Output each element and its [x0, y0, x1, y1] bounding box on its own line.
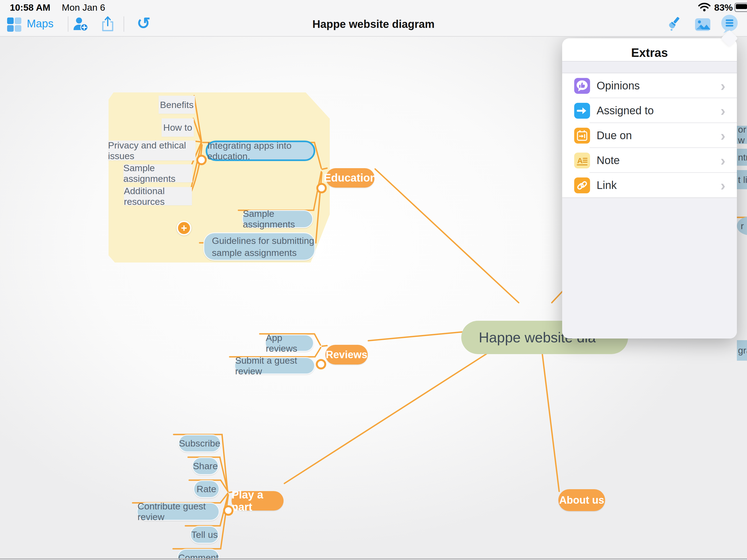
clipped-node-fragment[interactable]: ntro: [737, 149, 747, 166]
node-about-us[interactable]: About us: [558, 489, 605, 511]
chevron-right-icon: ›: [720, 153, 725, 168]
node-rate[interactable]: Rate: [193, 480, 220, 498]
clipped-node-fragment[interactable]: or w: [737, 126, 747, 144]
hub-reviews[interactable]: [316, 359, 326, 370]
extras-row-label: Link: [597, 179, 720, 192]
opinions-thumbs-up-icon: [574, 78, 590, 94]
chevron-right-icon: ›: [720, 128, 725, 143]
extras-row-label: Assigned to: [597, 104, 720, 117]
extras-row-label: Opinions: [597, 80, 720, 92]
clipped-node-fragment[interactable]: r: [737, 217, 747, 235]
extras-row-due-on[interactable]: Due on ›: [562, 123, 737, 148]
extras-panel-footer-area: [562, 198, 737, 338]
extras-row-label: Due on: [597, 129, 720, 142]
link-chain-icon: [574, 177, 590, 193]
page-title: Happe website diagram: [0, 18, 747, 30]
node-play-a-part[interactable]: Play a part: [232, 491, 284, 510]
status-date: Mon Jan 6: [62, 2, 105, 13]
node-submit-guest-review[interactable]: Submit a guest review: [234, 357, 315, 374]
node-benefits[interactable]: Benefits: [159, 96, 195, 114]
add-node-button[interactable]: +: [177, 221, 191, 235]
extras-row-note[interactable]: A Note ›: [562, 148, 737, 173]
extras-panel-strip: [562, 61, 737, 73]
extras-row-label: Note: [597, 154, 720, 167]
hub-education[interactable]: [316, 183, 327, 193]
edge-education-root: [375, 169, 519, 303]
chevron-right-icon: ›: [720, 178, 725, 193]
node-how-to[interactable]: How to: [162, 119, 194, 137]
extras-row-opinions[interactable]: Opinions ›: [562, 73, 737, 98]
chevron-right-icon: ›: [720, 78, 725, 93]
node-integrating-apps-selected[interactable]: Integrating apps into education.: [206, 141, 315, 161]
note-text-icon: A: [574, 153, 590, 169]
node-education[interactable]: Education: [326, 168, 375, 187]
edge-about-root: [540, 337, 559, 491]
edge: [322, 346, 327, 346]
extras-panel: Extras Opinions › Assigned to › Due on ›: [562, 38, 737, 338]
node-tell-us[interactable]: Tell us: [190, 526, 219, 543]
image-icon[interactable]: [694, 16, 712, 33]
assigned-arrow-icon: [574, 103, 590, 119]
clipped-node-fragment[interactable]: gra: [737, 340, 747, 361]
toolbar: Maps ↺ Happe website diagram: [0, 12, 747, 36]
status-bar: 10:58 AM Mon Jan 6 83%: [0, 0, 747, 13]
node-sample-assignments-blue[interactable]: Sample assignments: [242, 210, 313, 228]
wifi-icon: [698, 2, 711, 12]
node-privacy-ethical-issues[interactable]: Privacy and ethical issues: [108, 141, 196, 160]
node-additional-resources[interactable]: Additional resources: [124, 187, 192, 205]
extras-row-link[interactable]: Link ›: [562, 173, 737, 198]
due-calendar-icon: [574, 128, 590, 144]
node-app-reviews[interactable]: App reviews: [265, 334, 314, 352]
bottom-edge-line: [0, 558, 747, 559]
clock: 10:58 AM: [10, 2, 50, 13]
chevron-right-icon: ›: [720, 103, 725, 118]
battery-icon: [735, 3, 747, 12]
battery-percent: 83%: [714, 2, 733, 13]
node-contribute-guest-review[interactable]: Contribute guest review: [137, 503, 220, 520]
hub-play-a-part[interactable]: [223, 505, 233, 516]
extras-panel-title: Extras: [562, 46, 737, 59]
node-subscribe[interactable]: Subscribe: [178, 434, 221, 452]
node-guidelines[interactable]: Guidelines for submitting sample assignm…: [203, 232, 315, 261]
top-bars: 10:58 AM Mon Jan 6 83% Maps: [0, 0, 747, 36]
svg-text:A: A: [577, 156, 583, 165]
paintbrush-icon[interactable]: [664, 15, 682, 33]
clipped-node-fragment[interactable]: t lis: [737, 170, 747, 189]
node-share[interactable]: Share: [192, 457, 219, 475]
extras-row-assigned-to[interactable]: Assigned to ›: [562, 98, 737, 123]
node-reviews[interactable]: Reviews: [325, 345, 368, 364]
edge-reviews-root: [368, 332, 462, 341]
hub-integrating[interactable]: [196, 155, 207, 165]
node-sample-assignments-gray[interactable]: Sample assignments: [123, 164, 192, 182]
